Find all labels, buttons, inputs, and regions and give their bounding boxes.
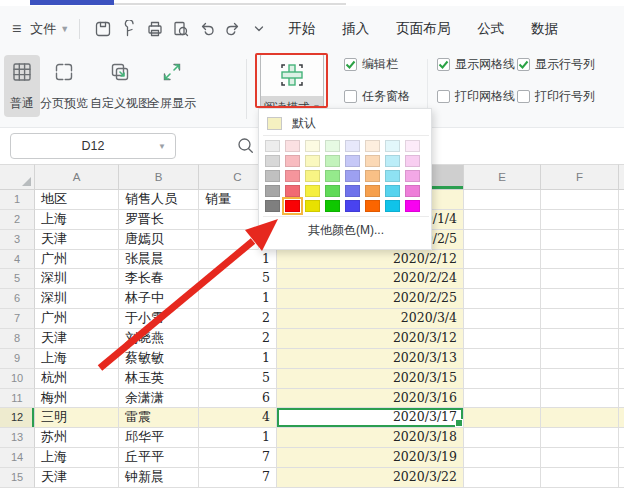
color-swatch[interactable] [285,155,300,167]
cell-E1[interactable] [464,190,541,210]
cell-D14[interactable]: 2020/3/19 [277,448,464,468]
cell-F3[interactable] [541,230,619,250]
hamburger-menu-icon[interactable]: ≡ [12,20,21,38]
cell-D6[interactable]: 2020/2/25 [277,289,464,309]
select-all-corner[interactable] [0,164,35,190]
cell-F9[interactable] [541,349,619,369]
column-header-A[interactable]: A [35,164,119,190]
cell-D4[interactable]: 2020/2/12 [277,250,464,270]
color-swatch[interactable] [265,140,280,152]
row-header-6[interactable]: 6 [0,289,35,309]
undo-icon[interactable] [194,16,220,42]
column-header-F[interactable]: F [541,164,619,190]
column-header-E[interactable]: E [464,164,541,190]
color-swatch[interactable] [305,155,320,167]
cell-D15[interactable]: 2020/3/22 [277,468,464,488]
row-header-12[interactable]: 12 [0,408,35,428]
checkbox-task-pane[interactable]: 任务窗格 [344,88,410,104]
color-swatch[interactable] [405,140,420,152]
color-swatch[interactable] [285,185,300,197]
color-swatch[interactable] [265,170,280,182]
cell-E8[interactable] [464,329,541,349]
color-swatch[interactable] [285,200,300,212]
cell-A12[interactable]: 三明 [35,408,119,428]
checkbox-print-gridlines[interactable]: 打印网格线 [437,88,515,104]
cell-D7[interactable]: 2020/3/4 [277,309,464,329]
cell-F4[interactable] [541,250,619,270]
cell-F14[interactable] [541,448,619,468]
color-swatch[interactable] [405,170,420,182]
color-swatch[interactable] [305,200,320,212]
cell-B7[interactable]: 于小雪 [119,309,199,329]
checkbox-edit-bar[interactable]: 编辑栏 [344,56,398,72]
cell-D9[interactable]: 2020/3/13 [277,349,464,369]
row-header-5[interactable]: 5 [0,269,35,289]
color-swatch[interactable] [285,140,300,152]
cell-A14[interactable]: 上海 [35,448,119,468]
color-swatch[interactable] [305,140,320,152]
cell-C6[interactable]: 1 [199,289,277,309]
checkbox-show-gridlines[interactable]: 显示网格线 [437,56,515,72]
default-color-item[interactable]: 默认 [267,113,316,133]
cell-F2[interactable] [541,210,619,230]
cell-C12[interactable]: 4 [199,408,277,428]
color-swatch[interactable] [325,170,340,182]
cell-E12[interactable] [464,408,541,428]
cell-C9[interactable]: 1 [199,349,277,369]
row-header-10[interactable]: 10 [0,369,35,389]
cell-B4[interactable]: 张晨晨 [119,250,199,270]
custom-view-button[interactable]: 自定义视图 [89,55,151,117]
cell-A11[interactable]: 梅州 [35,389,119,409]
cell-A15[interactable]: 天津 [35,468,119,488]
color-swatch[interactable] [385,140,400,152]
cell-E14[interactable] [464,448,541,468]
cell-E2[interactable] [464,210,541,230]
cell-E11[interactable] [464,389,541,409]
cell-C13[interactable]: 1 [199,428,277,448]
cell-B6[interactable]: 林子中 [119,289,199,309]
ribbon-tab-1[interactable]: 插入 [342,20,369,38]
cell-C8[interactable]: 2 [199,329,277,349]
color-swatch[interactable] [345,170,360,182]
cell-B1[interactable]: 销售人员 [119,190,199,210]
color-swatch[interactable] [365,200,380,212]
fullscreen-button[interactable]: 全屏显示 [143,55,201,117]
cell-F1[interactable] [541,190,619,210]
cell-F7[interactable] [541,309,619,329]
color-swatch[interactable] [365,155,380,167]
cell-A9[interactable]: 上海 [35,349,119,369]
color-swatch[interactable] [345,140,360,152]
cell-F8[interactable] [541,329,619,349]
cell-C14[interactable]: 7 [199,448,277,468]
checkbox-show-headings[interactable]: 显示行号列 [517,56,595,72]
cell-F5[interactable] [541,269,619,289]
cell-F12[interactable] [541,408,619,428]
cell-D8[interactable]: 2020/3/12 [277,329,464,349]
color-swatch[interactable] [305,185,320,197]
cell-B3[interactable]: 唐嫣贝 [119,230,199,250]
cell-B10[interactable]: 林玉英 [119,369,199,389]
magnifier-icon[interactable] [236,136,256,159]
cell-A6[interactable]: 深圳 [35,289,119,309]
cell-A10[interactable]: 杭州 [35,369,119,389]
row-header-2[interactable]: 2 [0,210,35,230]
cell-B9[interactable]: 蔡敏敏 [119,349,199,369]
color-swatch[interactable] [405,185,420,197]
cell-E10[interactable] [464,369,541,389]
color-swatch[interactable] [365,170,380,182]
print-preview-icon[interactable] [168,16,194,42]
color-swatch[interactable] [285,170,300,182]
cell-E9[interactable] [464,349,541,369]
color-swatch[interactable] [265,155,280,167]
cell-C5[interactable]: 5 [199,269,277,289]
format-painter-icon[interactable] [116,16,142,42]
color-swatch[interactable] [345,200,360,212]
row-header-8[interactable]: 8 [0,329,35,349]
file-menu-button[interactable]: 文件 ▼ [30,20,69,38]
cell-F11[interactable] [541,389,619,409]
name-box[interactable]: D12 ▼ [10,133,176,159]
color-swatch[interactable] [325,200,340,212]
checkbox-print-headings[interactable]: 打印行号列 [517,88,595,104]
cell-F13[interactable] [541,428,619,448]
color-swatch[interactable] [385,155,400,167]
